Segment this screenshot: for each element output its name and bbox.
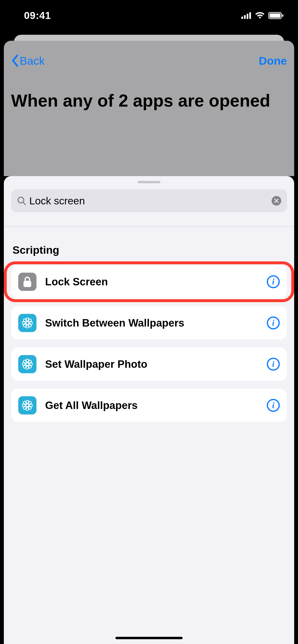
flower-icon (18, 314, 37, 332)
info-button[interactable]: i (267, 275, 280, 288)
svg-rect-5 (269, 14, 280, 18)
lock-icon (18, 273, 37, 291)
svg-rect-11 (24, 281, 31, 287)
search-field[interactable] (11, 189, 287, 212)
page-title: When any of 2 apps are opened (11, 90, 287, 112)
svg-rect-6 (282, 14, 283, 17)
action-picker-sheet: Scripting Lock Screen i (4, 176, 294, 644)
section-title-scripting: Scripting (13, 244, 287, 256)
action-label: Lock Screen (45, 276, 267, 288)
flower-icon (18, 355, 37, 373)
action-label: Get All Wallpapers (45, 400, 267, 411)
chevron-left-icon (11, 54, 19, 67)
info-button[interactable]: i (267, 358, 280, 371)
action-label: Set Wallpaper Photo (45, 358, 267, 370)
action-set-wallpaper-photo[interactable]: Set Wallpaper Photo i (11, 348, 287, 381)
battery-icon (268, 12, 284, 19)
search-icon (17, 196, 26, 206)
search-input[interactable] (29, 195, 269, 207)
action-switch-wallpapers[interactable]: Switch Between Wallpapers i (11, 306, 287, 340)
svg-rect-0 (241, 16, 243, 19)
status-bar: 09:41 (0, 0, 298, 31)
action-get-all-wallpapers[interactable]: Get All Wallpapers i (11, 388, 287, 422)
action-list: Lock Screen i (11, 265, 287, 422)
status-time: 09:41 (24, 10, 51, 21)
automation-header-sheet: Back Done When any of 2 apps are opened (4, 41, 294, 176)
back-label: Back (20, 54, 45, 67)
action-label: Switch Between Wallpapers (45, 317, 267, 329)
status-indicators (241, 12, 284, 19)
clear-search-button[interactable] (272, 196, 281, 206)
wifi-icon (255, 12, 265, 19)
svg-rect-2 (247, 14, 248, 19)
action-lock-screen[interactable]: Lock Screen i (11, 265, 287, 298)
svg-rect-3 (249, 12, 251, 19)
divider (4, 226, 294, 227)
cellular-icon (241, 12, 251, 19)
close-icon (274, 198, 279, 203)
sheet-grabber[interactable] (138, 181, 161, 183)
done-button[interactable]: Done (259, 54, 287, 67)
info-button[interactable]: i (267, 399, 280, 412)
home-indicator[interactable] (115, 637, 183, 639)
svg-rect-1 (244, 15, 246, 19)
info-button[interactable]: i (267, 316, 280, 330)
back-button[interactable]: Back (11, 54, 45, 67)
flower-icon (18, 396, 37, 414)
svg-line-8 (23, 202, 26, 204)
